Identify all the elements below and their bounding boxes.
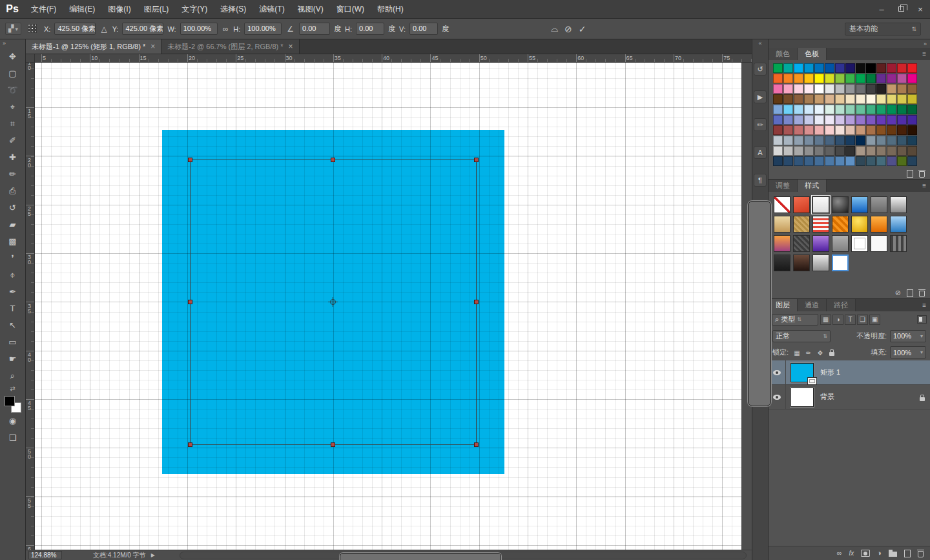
- reference-point-locator[interactable]: [28, 24, 37, 34]
- vertical-scrollbar[interactable]: [741, 63, 752, 550]
- free-transform-bounding-box[interactable]: [190, 160, 477, 445]
- transform-reference-point[interactable]: [330, 299, 336, 305]
- swatch[interactable]: [794, 94, 803, 104]
- style-item[interactable]: [890, 235, 907, 252]
- tab-color[interactable]: 颜色: [769, 48, 798, 60]
- swatch[interactable]: [845, 105, 855, 114]
- x-position-input[interactable]: 425.50 像素: [54, 23, 96, 35]
- swatch[interactable]: [794, 74, 803, 83]
- vector-mask-thumbnail[interactable]: [807, 377, 817, 385]
- swatch[interactable]: [773, 125, 783, 135]
- swatch[interactable]: [783, 156, 793, 166]
- swatch[interactable]: [897, 105, 907, 114]
- style-item[interactable]: [871, 196, 887, 213]
- swatch[interactable]: [897, 146, 907, 156]
- swatch[interactable]: [773, 136, 783, 145]
- quick-selection-tool[interactable]: ⌖: [3, 99, 23, 116]
- swatch[interactable]: [876, 146, 886, 156]
- swatch[interactable]: [866, 105, 876, 114]
- swatch[interactable]: [804, 146, 814, 156]
- lock-position-icon[interactable]: ✥: [815, 347, 825, 358]
- lock-transparency-icon[interactable]: ▦: [792, 347, 802, 358]
- swatch[interactable]: [907, 125, 917, 135]
- swatch[interactable]: [825, 84, 834, 94]
- swatch[interactable]: [907, 74, 917, 83]
- layer-visibility-cell[interactable]: [769, 385, 786, 409]
- style-item[interactable]: [851, 216, 868, 233]
- swatch[interactable]: [783, 84, 793, 94]
- swatch[interactable]: [845, 84, 855, 94]
- swatch[interactable]: [866, 136, 876, 145]
- swatch[interactable]: [825, 115, 834, 125]
- layer-style-icon[interactable]: fx: [849, 550, 854, 557]
- swatch[interactable]: [804, 94, 814, 104]
- layer-name[interactable]: 矩形 1: [820, 368, 840, 377]
- swatch[interactable]: [887, 63, 896, 73]
- swatch[interactable]: [825, 105, 834, 114]
- style-item[interactable]: [812, 196, 829, 213]
- minimize-button[interactable]: –: [872, 0, 891, 18]
- swatch[interactable]: [804, 105, 814, 114]
- ruler-origin-corner[interactable]: [26, 54, 35, 63]
- zoom-tool[interactable]: ⌕: [3, 368, 23, 384]
- swatch[interactable]: [794, 84, 803, 94]
- swatch[interactable]: [825, 74, 834, 83]
- tab-paths[interactable]: 路径: [827, 299, 856, 311]
- zoom-level-field[interactable]: 124.88%: [28, 551, 62, 559]
- add-layer-mask-icon[interactable]: [861, 550, 870, 557]
- close-tab-icon[interactable]: ×: [150, 42, 155, 51]
- swatch[interactable]: [845, 125, 855, 135]
- close-button[interactable]: ×: [911, 0, 930, 18]
- swatch[interactable]: [907, 146, 917, 156]
- transform-handle-middle-left[interactable]: [188, 300, 192, 304]
- style-item[interactable]: [793, 216, 810, 233]
- swatch[interactable]: [794, 146, 803, 156]
- style-item[interactable]: [774, 196, 790, 213]
- new-layer-icon[interactable]: [904, 550, 911, 557]
- swatch[interactable]: [876, 84, 886, 94]
- document-tab-1[interactable]: 未标题-1 @ 125% (矩形 1, RGB/8) * ×: [26, 39, 161, 54]
- swatch[interactable]: [907, 115, 917, 125]
- horizontal-scrollbar[interactable]: [180, 552, 747, 559]
- actions-panel-icon[interactable]: ▶: [754, 90, 767, 103]
- swatch[interactable]: [825, 146, 834, 156]
- style-item[interactable]: [774, 254, 790, 271]
- swatch[interactable]: [856, 84, 865, 94]
- tab-channels[interactable]: 通道: [798, 299, 827, 311]
- skew-h-input[interactable]: 0.00: [356, 23, 384, 35]
- swatch[interactable]: [856, 115, 865, 125]
- swatch[interactable]: [773, 74, 783, 83]
- swatch[interactable]: [804, 125, 814, 135]
- swatch[interactable]: [845, 156, 855, 166]
- swatch[interactable]: [845, 115, 855, 125]
- style-item[interactable]: [871, 235, 887, 252]
- layer-name[interactable]: 背景: [820, 392, 834, 402]
- swatch[interactable]: [814, 63, 824, 73]
- menu-item[interactable]: 图层(L): [138, 0, 176, 18]
- transform-handle-bottom-right[interactable]: [474, 442, 479, 447]
- spot-healing-brush-tool[interactable]: ✚: [3, 149, 23, 166]
- relative-position-icon[interactable]: △: [99, 25, 108, 34]
- swatch[interactable]: [907, 63, 917, 73]
- swatch[interactable]: [814, 74, 824, 83]
- swatch[interactable]: [845, 74, 855, 83]
- swatch[interactable]: [887, 136, 896, 145]
- menu-item[interactable]: 帮助(H): [371, 0, 410, 18]
- swatch[interactable]: [814, 94, 824, 104]
- style-item[interactable]: [812, 235, 829, 252]
- foreground-color-swatch[interactable]: [5, 396, 15, 406]
- cancel-transform-icon[interactable]: ⊘: [563, 24, 574, 34]
- swatch[interactable]: [866, 156, 876, 166]
- swatch[interactable]: [907, 84, 917, 94]
- swatch[interactable]: [887, 74, 896, 83]
- swatch[interactable]: [887, 105, 896, 114]
- swatch[interactable]: [794, 125, 803, 135]
- gradient-tool[interactable]: ▩: [3, 233, 23, 250]
- swatch[interactable]: [887, 146, 896, 156]
- swatch[interactable]: [814, 84, 824, 94]
- filter-smart-objects-icon[interactable]: ▣: [869, 315, 880, 325]
- swatch[interactable]: [794, 115, 803, 125]
- swatch[interactable]: [907, 94, 917, 104]
- swatch[interactable]: [814, 115, 824, 125]
- swatch[interactable]: [907, 156, 917, 166]
